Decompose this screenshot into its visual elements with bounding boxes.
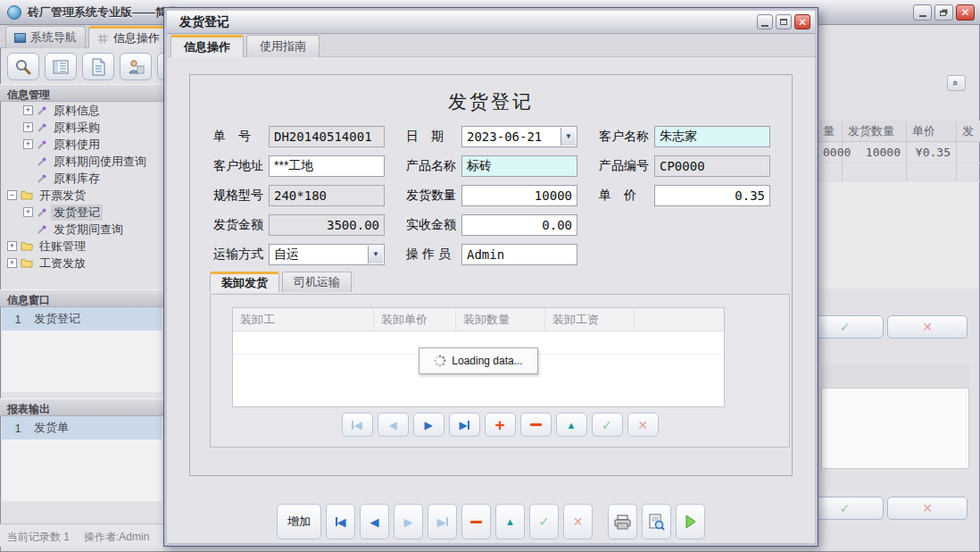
grid-navigator: ◀ ◀ ▶ ▶ + ▲ ✓ ✕ (211, 413, 789, 437)
customer-name-label: 客户名称 (599, 129, 654, 145)
tab-info-ops[interactable]: 信息操作 (88, 26, 169, 48)
tree-item-shipping-register[interactable]: + 发货登记 (0, 204, 163, 221)
unit-price-field[interactable]: 0.35 (654, 185, 770, 206)
column-header: 单价 (907, 121, 957, 141)
navigation-tree: + 原料信息 + 原料采购 + 原料使用 原料期间使用查询 原料库存 − 开票发 (0, 102, 163, 288)
tree-item-raw-material-purchase[interactable]: + 原料采购 (0, 119, 163, 136)
first-record-button[interactable]: ◀ (326, 504, 355, 539)
tool-icon (37, 207, 47, 218)
dialog-minimize-button[interactable] (757, 14, 773, 29)
user-icon (127, 58, 145, 76)
tab-driver-transport[interactable]: 司机运输 (282, 272, 352, 292)
post-record-button[interactable]: ✓ (592, 413, 623, 437)
prev-record-button[interactable]: ◀ (360, 504, 389, 539)
print-button[interactable] (608, 504, 637, 539)
print-preview-icon (648, 514, 665, 531)
product-name-label: 产品名称 (406, 158, 461, 174)
main-window: 砖厂管理系统专业版——简易 ✕ 系统导航 信息操作 (0, 0, 980, 552)
cancel-button[interactable]: ✕ (887, 497, 968, 520)
tree-item-label: 原料采购 (51, 120, 103, 136)
edit-record-button[interactable]: ▲ (556, 413, 587, 437)
system-nav-icon (14, 33, 26, 43)
tree-item-raw-material-period-query[interactable]: 原料期间使用查询 (0, 153, 163, 170)
tree-item-raw-material-stock[interactable]: 原料库存 (0, 170, 163, 187)
chevron-down-icon[interactable]: ▼ (368, 246, 383, 263)
insert-record-button[interactable]: + (485, 413, 516, 437)
prev-record-button[interactable]: ◀ (378, 413, 409, 437)
minus-icon (530, 423, 542, 426)
tree-item-raw-material-info[interactable]: + 原料信息 (0, 102, 163, 119)
column-header: 装卸单价 (374, 308, 456, 330)
close-button[interactable]: ✕ (956, 4, 975, 21)
cancel-record-button[interactable]: ✕ (627, 413, 659, 437)
report-button[interactable] (45, 53, 77, 80)
ship-amount-field: 3500.00 (269, 214, 385, 236)
workers-grid: 装卸工 装卸单价 装卸数量 装卸工资 (232, 307, 725, 407)
spec-label: 规格型号 (213, 188, 269, 204)
tree-item-label: 发货期间查询 (51, 222, 126, 238)
cancel-button[interactable]: ✕ (887, 315, 968, 339)
tree-item-salary-pay[interactable]: + 工资发放 (0, 255, 163, 272)
first-record-button[interactable]: ◀ (342, 413, 373, 437)
background-table-header: 量 发货数量 单价 发 (818, 121, 980, 142)
report-icon (52, 59, 70, 75)
plus-icon: + (494, 416, 504, 433)
info-window-item[interactable]: 1 发货登记 (2, 307, 162, 330)
tool-icon (37, 105, 47, 116)
cancel-record-button[interactable]: ✕ (563, 504, 593, 539)
table-cell: 10000 (843, 142, 907, 163)
qty-field[interactable]: 10000 (461, 185, 577, 206)
restore-button[interactable] (934, 4, 953, 21)
report-output-item[interactable]: 1 发货单 (2, 416, 162, 439)
column-header: 发 (957, 121, 980, 141)
expand-icon[interactable]: + (7, 241, 17, 251)
minimize-button[interactable] (913, 4, 932, 21)
edit-record-button[interactable]: ▲ (495, 504, 525, 539)
search-button[interactable] (7, 53, 39, 80)
product-name-field[interactable]: 标砖 (461, 155, 577, 177)
chevron-down-icon[interactable]: ▼ (561, 128, 576, 146)
expand-icon[interactable]: + (23, 139, 33, 149)
folder-icon (21, 241, 33, 251)
run-button[interactable] (676, 504, 705, 539)
expand-icon[interactable]: + (23, 207, 33, 217)
post-record-button[interactable]: ✓ (529, 504, 559, 539)
expand-icon[interactable]: + (23, 122, 33, 132)
received-amount-field[interactable]: 0.00 (461, 214, 577, 236)
dialog-close-button[interactable]: ✕ (794, 14, 810, 29)
customer-name-field[interactable]: 朱志家 (654, 126, 770, 147)
customer-address-field[interactable]: ***工地 (269, 155, 385, 177)
expand-icon[interactable]: + (23, 105, 33, 115)
add-button[interactable]: 增加 (277, 504, 321, 539)
tab-system-nav[interactable]: 系统导航 (5, 26, 86, 48)
transport-field[interactable]: 自运 ▼ (269, 244, 385, 265)
delete-record-button[interactable] (461, 504, 491, 539)
delete-record-button[interactable] (520, 413, 552, 437)
user-button[interactable] (120, 53, 152, 80)
expand-icon[interactable]: + (7, 258, 17, 268)
dialog-maximize-button[interactable] (776, 14, 792, 29)
tree-item-invoice-shipping[interactable]: − 开票发货 (0, 187, 163, 204)
status-bar: 当前记录数 1 操作者:Admin (0, 523, 163, 547)
x-icon: ✕ (573, 514, 584, 529)
next-record-button[interactable]: ▶ (413, 413, 444, 437)
operator-field[interactable]: Admin (461, 244, 577, 265)
background-table-row[interactable]: 0000 10000 ¥0.35 (818, 142, 980, 163)
spec-field: 240*180 (269, 185, 385, 206)
print-preview-button[interactable] (642, 504, 671, 539)
tab-loading-shipping[interactable]: 装卸发货 (210, 272, 279, 292)
last-record-button[interactable]: ▶ (428, 504, 457, 539)
date-field[interactable]: 2023-06-21 ▼ (461, 126, 577, 147)
tree-item-raw-material-use[interactable]: + 原料使用 (0, 136, 163, 153)
tree-item-label: 开票发货 (37, 188, 88, 204)
last-record-button[interactable]: ▶ (449, 413, 480, 437)
document-button[interactable] (82, 53, 114, 80)
tab-info-operation[interactable]: 信息操作 (170, 35, 244, 57)
panel-collapse-button[interactable]: « (947, 75, 966, 91)
collapse-node-icon[interactable]: − (7, 190, 17, 200)
section-header-info-window: 信息窗口 (0, 289, 163, 307)
tree-item-account-manage[interactable]: + 往账管理 (0, 238, 163, 255)
tree-item-shipping-period-query[interactable]: 发货期间查询 (0, 221, 163, 238)
next-record-button[interactable]: ▶ (394, 504, 423, 539)
tab-user-guide[interactable]: 使用指南 (246, 35, 320, 57)
